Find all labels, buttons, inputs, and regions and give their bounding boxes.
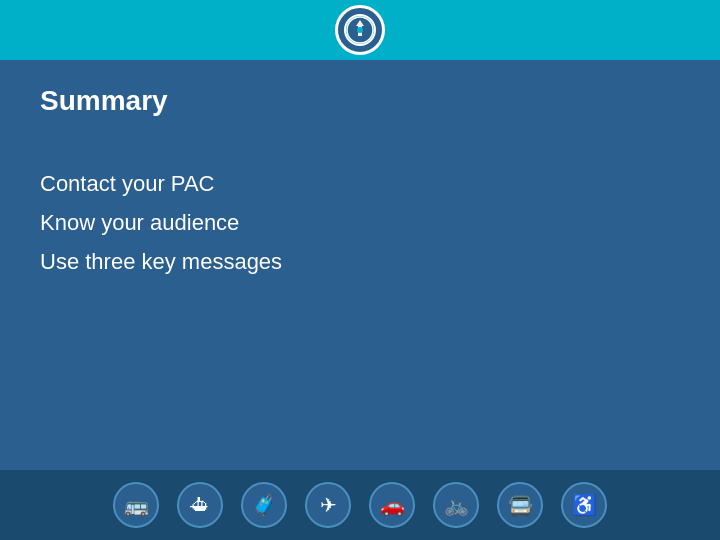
bus-icon: 🚌 [113,482,159,528]
airplane-icon: ✈ [305,482,351,528]
bicycle-icon: 🚲 [433,482,479,528]
slide: Summary Contact your PACKnow your audien… [0,0,720,540]
transit-icon: 🚍 [497,482,543,528]
list-item: Contact your PAC [40,167,680,200]
svg-point-1 [357,27,363,33]
logo-inner [344,14,376,46]
list-item: Use three key messages [40,245,680,278]
summary-title: Summary [40,85,680,117]
list-item: Know your audience [40,206,680,239]
boat-icon: ⛴ [177,482,223,528]
top-bar [0,0,720,60]
accessibility-icon: ♿ [561,482,607,528]
logo [335,5,385,55]
bottom-bar: 🚌⛴🧳✈🚗🚲🚍♿ [0,470,720,540]
bullet-list: Contact your PACKnow your audienceUse th… [40,167,680,284]
car-icon: 🚗 [369,482,415,528]
luggage-icon: 🧳 [241,482,287,528]
main-content: Summary Contact your PACKnow your audien… [0,60,720,470]
